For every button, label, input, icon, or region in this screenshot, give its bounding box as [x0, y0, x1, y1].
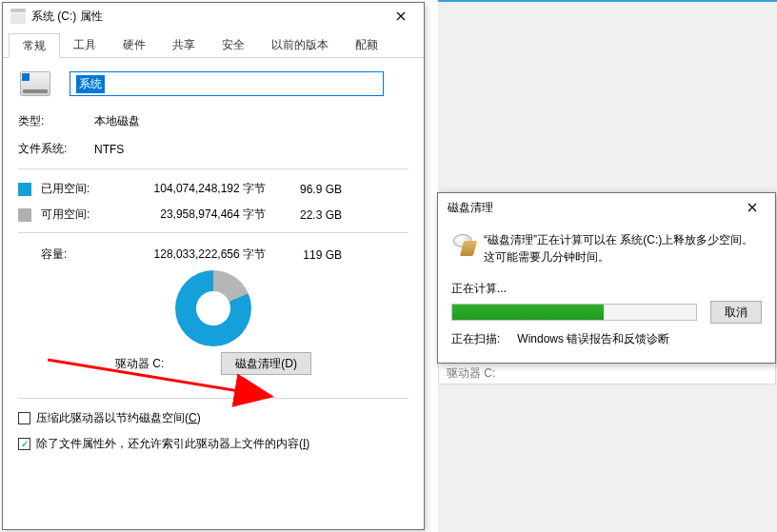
progress-fill	[452, 305, 604, 320]
tab-content: 系统 类型: 本地磁盘 文件系统: NTFS 已用空间: 104,074,248…	[3, 58, 424, 462]
disk-cleanup-button[interactable]: 磁盘清理(D)	[221, 352, 311, 375]
capacity-human: 119 GB	[266, 248, 342, 262]
drive-c-label: 驱动器 C:	[115, 356, 164, 372]
dialog-close-button[interactable]	[731, 194, 773, 221]
tab-quota[interactable]: 配额	[342, 32, 391, 57]
separator	[18, 398, 408, 399]
used-bytes: 104,074,248,192 字节	[113, 181, 266, 197]
scanning-item: Windows 错误报告和反馈诊断	[517, 331, 669, 347]
free-color-swatch	[18, 208, 31, 222]
tab-tools[interactable]: 工具	[60, 32, 110, 57]
compress-label: 压缩此驱动器以节约磁盘空间(C)	[36, 410, 201, 426]
used-label: 已用空间:	[41, 181, 113, 197]
progress-bar	[451, 304, 697, 321]
compress-checkbox-row[interactable]: 压缩此驱动器以节约磁盘空间(C)	[18, 410, 408, 426]
free-human: 22.3 GB	[266, 208, 342, 222]
free-label: 可用空间:	[41, 207, 113, 223]
close-button[interactable]	[380, 3, 422, 30]
separator	[18, 232, 408, 233]
usage-pie-chart	[175, 270, 251, 346]
cleanup-icon	[451, 231, 476, 256]
type-label: 类型:	[18, 113, 94, 129]
capacity-row: 容量: 128,033,222,656 字节 119 GB	[18, 246, 408, 263]
drive-icon	[10, 9, 26, 24]
filesystem-label: 文件系统:	[18, 141, 94, 157]
cancel-button[interactable]: 取消	[710, 301, 762, 324]
capacity-label: 容量:	[18, 246, 113, 263]
scanning-label: 正在扫描:	[451, 331, 500, 347]
index-checkbox[interactable]	[18, 438, 30, 450]
index-label: 除了文件属性外，还允许索引此驱动器上文件的内容(I)	[36, 436, 309, 452]
window-title: 系统 (C:) 属性	[31, 9, 380, 25]
dialog-title-bar: 磁盘清理	[438, 193, 775, 222]
type-value: 本地磁盘	[94, 113, 140, 129]
close-icon	[747, 203, 757, 212]
tab-general[interactable]: 常规	[9, 33, 60, 58]
ghost-driver-label-box: 驱动器 C:	[438, 362, 776, 384]
disk-cleanup-button-label: 磁盘清理(D)	[235, 356, 297, 372]
free-space-row: 可用空间: 23,958,974,464 字节 22.3 GB	[18, 207, 408, 223]
drive-large-icon	[20, 71, 50, 96]
used-space-row: 已用空间: 104,074,248,192 字节 96.9 GB	[18, 181, 408, 197]
used-color-swatch	[18, 183, 31, 196]
filesystem-value: NTFS	[94, 143, 124, 156]
drive-name-input[interactable]: 系统	[70, 71, 384, 96]
index-checkbox-row[interactable]: 除了文件属性外，还允许索引此驱动器上文件的内容(I)	[18, 436, 408, 452]
calculating-label: 正在计算...	[451, 281, 762, 297]
used-human: 96.9 GB	[266, 183, 342, 196]
tab-security[interactable]: 安全	[209, 32, 258, 57]
close-icon	[396, 11, 406, 21]
cancel-button-label: 取消	[725, 305, 747, 321]
free-bytes: 23,958,974,464 字节	[113, 207, 266, 223]
title-bar: 系统 (C:) 属性	[3, 3, 424, 30]
tab-hardware[interactable]: 硬件	[110, 32, 159, 57]
dialog-message: “磁盘清理”正在计算可以在 系统(C:)上释放多少空间。这可能需要几分钟时间。	[484, 231, 762, 266]
drive-name-text: 系统	[76, 75, 105, 93]
disk-cleanup-dialog: 磁盘清理 “磁盘清理”正在计算可以在 系统(C:)上释放多少空间。这可能需要几分…	[437, 192, 776, 364]
tabs: 常规 工具 硬件 共享 安全 以前的版本 配额	[3, 30, 424, 58]
compress-checkbox[interactable]	[18, 412, 30, 424]
tab-sharing[interactable]: 共享	[159, 32, 209, 57]
properties-window: 系统 (C:) 属性 常规 工具 硬件 共享 安全 以前的版本 配额 系统 类型…	[2, 2, 425, 530]
dialog-title: 磁盘清理	[448, 200, 731, 216]
tab-previous[interactable]: 以前的版本	[258, 32, 342, 57]
separator	[18, 168, 408, 169]
capacity-bytes: 128,033,222,656 字节	[113, 246, 266, 263]
